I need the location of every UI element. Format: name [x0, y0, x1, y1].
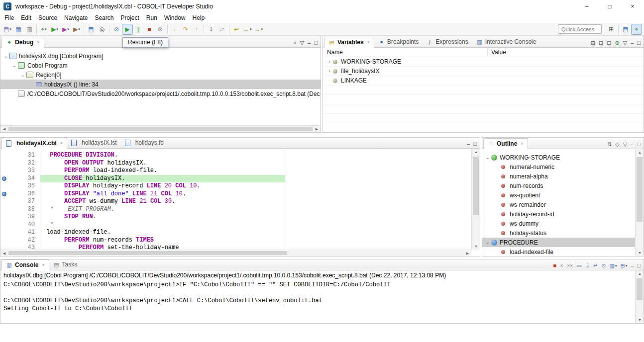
scrollbar-thumb[interactable] — [637, 278, 643, 300]
maximize-button[interactable]: □ — [637, 40, 641, 46]
editor-tab-holidays-fd[interactable]: holidays.fd — [121, 137, 168, 148]
editor-hscrollbar[interactable] — [0, 250, 471, 256]
menu-window[interactable]: Window — [161, 13, 189, 22]
debug-tree-item[interactable]: ⌄holidaysIX.dbg [Cobol Program] — [0, 51, 321, 61]
code-line[interactable]: 31 PROCEDURE DIVISION. — [0, 152, 480, 160]
breakpoint-margin[interactable] — [0, 206, 8, 214]
outline-tree-item[interactable]: ws-quotient — [482, 190, 644, 200]
outline-tree-item[interactable]: ⌄WORKING-STORAGE — [482, 153, 644, 162]
minimize-button[interactable]: – — [631, 40, 634, 46]
breakpoint-margin[interactable] — [0, 221, 8, 229]
debug-tree-item[interactable]: holidaysIX () line: 34 — [0, 80, 321, 89]
menu-file[interactable]: File — [1, 13, 17, 22]
console-vscrollbar[interactable] — [635, 270, 644, 323]
code-line[interactable]: 35 DISPLAY holiday-record LINE 20 COL 10… — [0, 182, 480, 190]
chevron-expanded-icon[interactable]: ⌄ — [484, 240, 491, 245]
back-button[interactable]: ←▾ — [242, 24, 253, 35]
scrollbar-thumb[interactable] — [8, 251, 287, 255]
breakpoint-margin[interactable] — [0, 160, 8, 168]
scrollbar-thumb[interactable] — [8, 127, 313, 131]
breakpoint-margin[interactable] — [0, 229, 8, 237]
debug-perspective-button[interactable]: ⌖ — [631, 24, 642, 35]
clear-console-button[interactable]: ▭ — [577, 263, 582, 268]
outline-tree-item[interactable]: holiday-status — [482, 228, 644, 238]
scroll-right-icon[interactable] — [313, 126, 321, 132]
breakpoint-margin[interactable] — [0, 152, 8, 160]
outline-tree-item[interactable]: numeral-numeric — [482, 162, 644, 171]
scroll-up-icon[interactable] — [636, 270, 644, 277]
debug-tab-debug[interactable]: ⌖Debug× — [1, 37, 44, 48]
breakpoint-icon[interactable] — [2, 192, 6, 196]
minimize-button[interactable]: – — [575, 0, 598, 13]
outline-tree-item[interactable]: ws-dummy — [482, 219, 644, 228]
suspend-button[interactable]: ∥ — [133, 24, 144, 35]
variables-tab-expressions[interactable]: ƒExpressions — [423, 36, 472, 47]
close-icon[interactable]: × — [60, 141, 63, 146]
menu-search[interactable]: Search — [91, 13, 117, 22]
menu-navigate[interactable]: Navigate — [61, 13, 91, 22]
close-icon[interactable]: × — [521, 141, 523, 146]
show-type-names-button[interactable]: ⊞ — [591, 40, 595, 46]
close-button[interactable]: × — [621, 0, 644, 13]
debug-tree-item[interactable]: ⌄Cobol Program — [0, 61, 321, 70]
code-line[interactable]: 41load-indexed-file. — [0, 229, 480, 237]
chevron-expanded-icon[interactable]: ⌄ — [2, 54, 9, 59]
maximize-button[interactable]: □ — [637, 263, 641, 268]
run-button[interactable]: ▶▾ — [49, 24, 60, 35]
menu-source[interactable]: Source — [35, 13, 61, 22]
step-into-button[interactable]: ↓ — [169, 24, 180, 35]
code-line[interactable]: 36 DISPLAY "all done" LINE 21 COL 10. — [0, 190, 480, 198]
chevron-collapsed-icon[interactable]: › — [326, 59, 333, 64]
remove-all-terminated-button[interactable]: × — [293, 40, 296, 46]
variables-tab-breakpoints[interactable]: ●Breakpoints — [374, 36, 423, 47]
new-button[interactable]: ▤▾ — [2, 24, 13, 35]
code-line[interactable]: 37 ACCEPT ws-dummy LINE 21 COL 30. — [0, 198, 480, 206]
console-output[interactable]: C:\COBOL\COBOLIT\DevStudio200\workspace\… — [0, 280, 644, 314]
outline-tree-item[interactable]: num-records — [482, 181, 644, 190]
outline-tree-item[interactable]: ws-remainder — [482, 200, 644, 209]
open-perspective-button[interactable]: ⊞ — [606, 24, 617, 35]
scrollbar-thumb[interactable] — [473, 157, 479, 215]
view-menu-button[interactable]: ▽ — [623, 142, 627, 147]
editor-vscrollbar[interactable] — [471, 149, 480, 250]
outline-tree-item[interactable]: holiday-record-id — [482, 209, 644, 219]
outline-vscrollbar[interactable] — [635, 149, 644, 256]
console-tab-tasks[interactable]: ▤Tasks — [49, 259, 82, 270]
scroll-right-icon[interactable] — [464, 250, 471, 256]
console-tab-console[interactable]: ▥Console× — [1, 259, 49, 270]
breakpoint-margin[interactable] — [0, 175, 8, 183]
maximize-button[interactable]: □ — [314, 40, 318, 46]
menu-project[interactable]: Project — [117, 13, 142, 22]
minimize-button[interactable]: – — [467, 141, 470, 147]
editor-tab-holidaysix-cbl[interactable]: holidaysIX.cbl× — [1, 138, 67, 149]
breakpoint-margin[interactable] — [0, 198, 8, 206]
scroll-down-icon[interactable] — [636, 317, 644, 323]
drop-to-frame-button[interactable]: ↧ — [206, 24, 216, 35]
skip-all-breakpoints-button[interactable]: ⊘ — [111, 24, 122, 35]
debug-tree-item[interactable]: ⌄Region[0] — [0, 70, 321, 80]
view-menu-button[interactable]: ▽ — [623, 40, 627, 46]
terminate-button[interactable]: ■ — [553, 263, 557, 268]
step-return-button[interactable]: ↑ — [191, 24, 202, 35]
chevron-expanded-icon[interactable]: ⌄ — [19, 73, 26, 78]
menu-edit[interactable]: Edit — [17, 13, 35, 22]
code-line[interactable]: 38 * EXIT PROGRAM. — [0, 206, 480, 214]
editor-tab-holidaysix-lst[interactable]: holidaysIX.lst — [67, 137, 121, 148]
variable-row[interactable]: ›file_holidaysIX — [323, 67, 644, 76]
minimize-button[interactable]: – — [631, 263, 634, 268]
scroll-up-icon[interactable] — [636, 149, 644, 156]
editor-code[interactable]: 31 PROCEDURE DIVISION.32 OPEN OUTPUT hol… — [0, 149, 480, 250]
word-wrap-button[interactable]: ↵ — [593, 263, 598, 268]
breakpoint-margin[interactable] — [0, 167, 8, 175]
menu-run[interactable]: Run — [143, 13, 161, 22]
breakpoint-margin[interactable] — [0, 182, 8, 190]
quick-access-box[interactable]: Quick Access — [558, 24, 602, 34]
column-header-value[interactable]: Value — [487, 49, 506, 56]
new-cobol-program-button[interactable]: ▤ — [86, 24, 97, 35]
variables-tab-interactive-console[interactable]: ▥Interactive Console — [472, 36, 540, 47]
chevron-expanded-icon[interactable]: ⌄ — [11, 63, 18, 68]
pin-console-button[interactable]: ⊙ — [601, 263, 606, 268]
minimize-button[interactable]: – — [308, 40, 311, 46]
external-tools-button[interactable]: ▶▾ — [71, 24, 82, 35]
breakpoint-icon[interactable] — [2, 176, 6, 181]
